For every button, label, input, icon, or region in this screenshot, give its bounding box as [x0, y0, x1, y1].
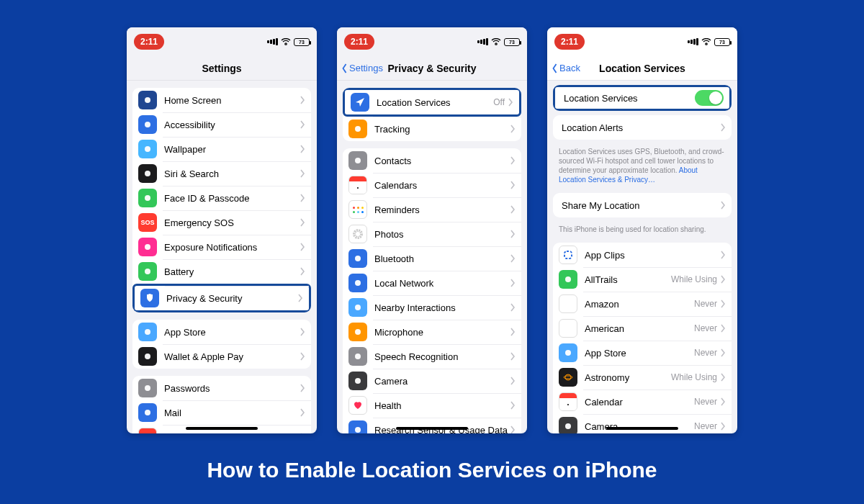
settings-row[interactable]: Camera	[343, 369, 521, 393]
calendar-icon: •	[559, 392, 577, 411]
settings-row[interactable]: Health	[343, 393, 521, 418]
settings-row[interactable]: Exposure Notifications	[132, 235, 311, 259]
settings-row[interactable]: Tracking	[343, 117, 521, 141]
svg-point-10	[145, 410, 150, 415]
row-label: Contacts	[374, 156, 510, 166]
svg-point-1	[145, 122, 150, 127]
settings-row[interactable]: Mail	[132, 400, 311, 425]
svg-point-18	[355, 354, 361, 359]
nav-bar: Settings	[127, 56, 317, 81]
back-button[interactable]: Settings	[341, 56, 383, 80]
location-alerts-row[interactable]: Location Alerts	[553, 115, 732, 140]
settings-row[interactable]: App Store	[132, 320, 311, 344]
settings-row[interactable]: American Never	[553, 316, 732, 341]
status-bar: 2:11 73	[127, 27, 317, 56]
row-detail: Never	[694, 397, 717, 407]
status-time: 2:11	[134, 34, 164, 50]
mail-icon	[138, 403, 157, 422]
settings-row[interactable]: • Calendar Never	[553, 390, 732, 414]
row-label: Amazon	[585, 299, 694, 310]
nav-bar: Settings Privacy & Security	[337, 56, 527, 81]
settings-row[interactable]: Siri & Search	[132, 161, 311, 186]
share-location-footer: This iPhone is being used for location s…	[547, 222, 737, 238]
settings-row[interactable]: Microphone	[343, 320, 521, 344]
settings-row[interactable]: Home Screen	[132, 88, 311, 112]
settings-row[interactable]: Speech Recognition	[343, 344, 521, 369]
settings-row[interactable]: Amazon Never	[553, 292, 732, 316]
about-location-link[interactable]: About Location Services & Privacy…	[559, 166, 698, 184]
svg-point-0	[145, 97, 150, 103]
settings-row[interactable]: Face ID & Passcode	[132, 186, 311, 210]
row-label: Home Screen	[164, 95, 300, 106]
settings-row[interactable]: • Calendars	[343, 173, 521, 197]
row-label: Bluetooth	[374, 253, 510, 264]
tutorial-caption: How to Enable Location Services on iPhon…	[0, 458, 864, 482]
settings-row[interactable]: Privacy & Security	[132, 284, 311, 312]
row-label: Location Alerts	[562, 122, 720, 133]
row-label: Share My Location	[562, 200, 720, 211]
scroll-area[interactable]: Home Screen Accessibility Wallpaper Siri…	[127, 81, 317, 433]
american-icon	[559, 319, 577, 338]
appclips-icon	[559, 246, 577, 264]
wifi-icon	[281, 38, 291, 45]
settings-row[interactable]: Passwords	[132, 376, 311, 400]
svg-point-13	[354, 230, 361, 238]
contacts-icon	[348, 151, 367, 170]
row-label: Accessibility	[164, 120, 300, 130]
row-detail: Never	[694, 348, 717, 358]
location-icon	[351, 93, 369, 112]
settings-row[interactable]: Contacts	[343, 148, 521, 173]
settings-row[interactable]: Astronomy While Using	[553, 365, 732, 390]
settings-row[interactable]: AllTrails While Using	[553, 267, 732, 292]
settings-row[interactable]: SOS Emergency SOS	[132, 210, 311, 235]
settings-row[interactable]: Bluetooth	[343, 246, 521, 271]
settings-row[interactable]: Location Services Off	[343, 88, 521, 117]
row-label: Calendar	[164, 432, 300, 434]
battery-icon: 73	[294, 38, 310, 46]
location-services-toggle-row[interactable]: Location Services	[553, 85, 732, 111]
settings-row[interactable]: App Clips	[553, 243, 732, 267]
calendars-icon: •	[348, 176, 367, 194]
row-label: Wallet & Apple Pay	[164, 351, 300, 362]
cell-signal-icon	[477, 38, 488, 45]
settings-row[interactable]: Local Network	[343, 271, 521, 295]
settings-row[interactable]: Wallpaper	[132, 137, 311, 161]
wallpaper-icon	[138, 140, 157, 158]
settings-row[interactable]: Reminders	[343, 197, 521, 222]
back-label: Settings	[349, 63, 383, 73]
svg-point-17	[355, 329, 361, 335]
location-services-toggle[interactable]	[695, 90, 724, 106]
local-network-icon	[348, 274, 367, 292]
share-my-location-row[interactable]: Share My Location	[553, 193, 732, 217]
scroll-area[interactable]: Location Services Off Tracking Contacts …	[337, 81, 527, 433]
nearby-icon	[348, 298, 367, 317]
row-label: Emergency SOS	[164, 217, 300, 228]
settings-row[interactable]: Wallet & Apple Pay	[132, 344, 311, 369]
settings-row[interactable]: Accessibility	[132, 112, 311, 137]
svg-point-27	[565, 374, 571, 380]
row-label: Siri & Search	[164, 168, 300, 179]
svg-point-5	[145, 244, 150, 250]
back-button[interactable]: Back	[552, 56, 580, 80]
settings-row[interactable]: Photos	[343, 222, 521, 246]
home-indicator	[606, 427, 678, 430]
row-label: Passwords	[164, 383, 300, 394]
settings-row[interactable]: Nearby Interactions	[343, 295, 521, 320]
settings-row[interactable]: App Store Never	[553, 341, 732, 365]
back-label: Back	[559, 63, 580, 73]
row-label: App Clips	[585, 250, 720, 261]
phone-location: 2:11 73 Back Location Services Location …	[547, 27, 737, 433]
status-bar: 2:11 73	[337, 27, 527, 56]
row-label: Health	[374, 400, 510, 411]
speech-icon	[348, 347, 367, 366]
row-label: Privacy & Security	[166, 293, 297, 304]
battery-icon	[138, 262, 157, 281]
reminders-icon	[348, 200, 367, 219]
alltrails-icon	[559, 270, 577, 289]
settings-row[interactable]: Camera Never	[553, 414, 732, 433]
microphone-icon	[348, 323, 367, 341]
settings-row[interactable]: Battery	[132, 259, 311, 284]
settings-row[interactable]: Research Sensor & Usage Data	[343, 418, 521, 433]
photos-icon	[348, 225, 367, 243]
scroll-area[interactable]: Location Services Location Alerts Locati…	[547, 81, 737, 433]
